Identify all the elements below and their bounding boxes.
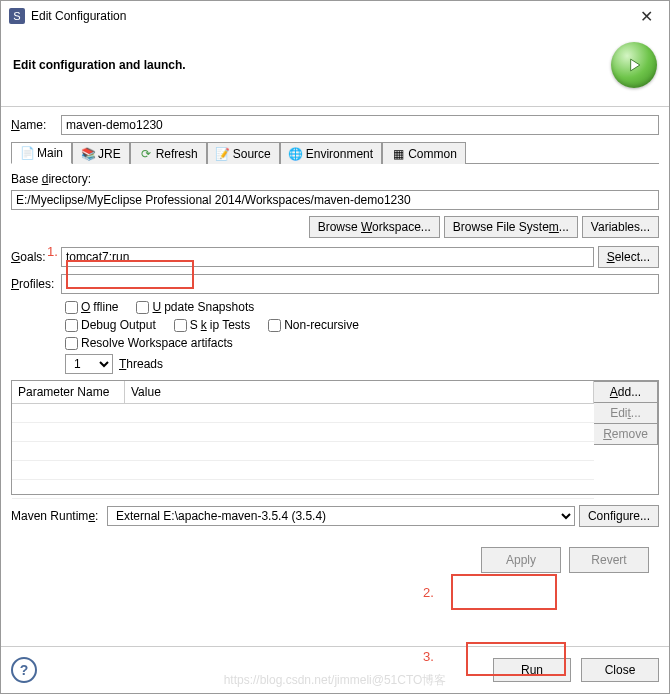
col-value[interactable]: Value [125, 381, 594, 403]
header: Edit configuration and launch. [1, 32, 669, 106]
remove-param-button: Remove [594, 424, 658, 445]
close-button[interactable]: Close [581, 658, 659, 682]
run-orb-icon [611, 42, 657, 88]
common-icon: ▦ [391, 147, 405, 161]
debug-output-checkbox[interactable]: Debug Output [65, 318, 156, 332]
header-text: Edit configuration and launch. [13, 58, 611, 72]
titlebar: S Edit Configuration ✕ [1, 1, 669, 32]
jre-icon: 📚 [81, 147, 95, 161]
offline-checkbox[interactable]: Offline [65, 300, 118, 314]
apply-button: Apply [481, 547, 561, 573]
edit-param-button: Edit... [594, 403, 658, 424]
browse-workspace-button[interactable]: Browse Workspace... [309, 216, 440, 238]
basedir-input[interactable] [11, 190, 659, 210]
browse-filesystem-button[interactable]: Browse File System... [444, 216, 578, 238]
profiles-input[interactable] [61, 274, 659, 294]
tabs: 📄Main 📚JRE ⟳Refresh 📝Source 🌐Environment… [11, 141, 659, 164]
tab-common[interactable]: ▦Common [382, 142, 466, 164]
non-recursive-checkbox[interactable]: Non-recursive [268, 318, 359, 332]
update-snapshots-checkbox[interactable]: Update Snapshots [136, 300, 254, 314]
tab-jre[interactable]: 📚JRE [72, 142, 130, 164]
add-param-button[interactable]: Add... [594, 381, 658, 403]
window-title: Edit Configuration [31, 9, 632, 23]
basedir-label: Base directory: [11, 172, 659, 186]
source-icon: 📝 [216, 147, 230, 161]
refresh-icon: ⟳ [139, 147, 153, 161]
environment-icon: 🌐 [289, 147, 303, 161]
tab-main[interactable]: 📄Main [11, 142, 72, 164]
params-tbody[interactable] [12, 404, 594, 494]
name-input[interactable] [61, 115, 659, 135]
runtime-label: Maven Runtime: [11, 509, 107, 523]
annotation-3: 3. [423, 649, 434, 664]
resolve-workspace-checkbox[interactable]: Resolve Workspace artifacts [65, 336, 233, 350]
variables-button[interactable]: Variables... [582, 216, 659, 238]
threads-select[interactable]: 1 [65, 354, 113, 374]
profiles-label: Profiles: [11, 277, 61, 291]
document-icon: 📄 [20, 146, 34, 160]
revert-button: Revert [569, 547, 649, 573]
runtime-select[interactable]: External E:\apache-maven-3.5.4 (3.5.4) [107, 506, 575, 526]
configure-button[interactable]: Configure... [579, 505, 659, 527]
col-parameter-name[interactable]: Parameter Name [12, 381, 125, 403]
annotation-2: 2. [423, 585, 434, 600]
skip-tests-checkbox[interactable]: Skip Tests [174, 318, 250, 332]
goals-input[interactable] [61, 247, 594, 267]
tab-source[interactable]: 📝Source [207, 142, 280, 164]
tab-refresh[interactable]: ⟳Refresh [130, 142, 207, 164]
threads-label: Threads [119, 357, 163, 371]
close-icon[interactable]: ✕ [632, 5, 661, 28]
name-label: Name: [11, 118, 61, 132]
help-icon[interactable]: ? [11, 657, 37, 683]
tab-environment[interactable]: 🌐Environment [280, 142, 382, 164]
app-icon: S [9, 8, 25, 24]
select-goals-button[interactable]: Select... [598, 246, 659, 268]
annotation-1: 1. [47, 244, 58, 259]
run-button[interactable]: Run [493, 658, 571, 682]
params-table: Parameter Name Value Add... Edit... Remo… [11, 380, 659, 495]
